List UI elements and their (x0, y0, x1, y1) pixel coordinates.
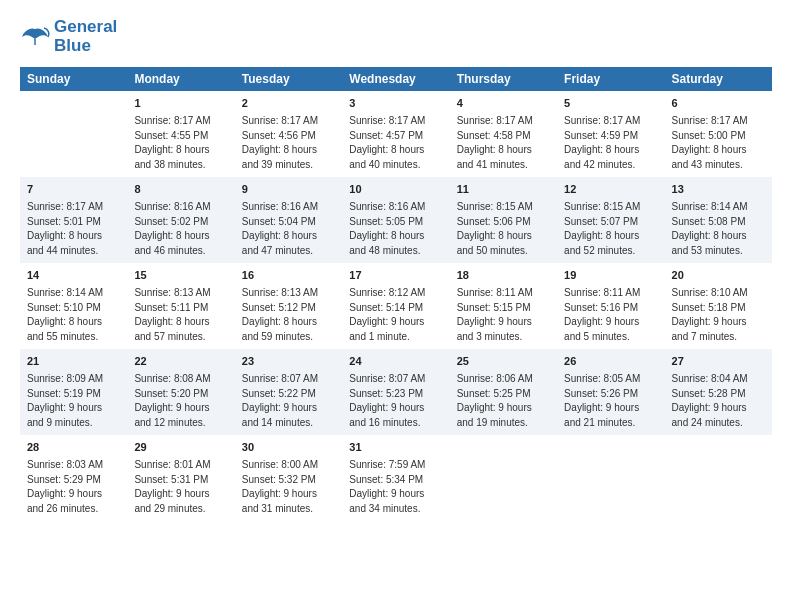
week-row-2: 7Sunrise: 8:17 AM Sunset: 5:01 PM Daylig… (20, 177, 772, 263)
day-detail: Sunrise: 8:15 AM Sunset: 5:07 PM Dayligh… (564, 200, 657, 258)
calendar-cell: 4Sunrise: 8:17 AM Sunset: 4:58 PM Daylig… (450, 91, 557, 177)
day-detail: Sunrise: 8:04 AM Sunset: 5:28 PM Dayligh… (672, 372, 765, 430)
calendar-cell: 5Sunrise: 8:17 AM Sunset: 4:59 PM Daylig… (557, 91, 664, 177)
day-detail: Sunrise: 8:16 AM Sunset: 5:02 PM Dayligh… (134, 200, 227, 258)
day-detail: Sunrise: 8:14 AM Sunset: 5:08 PM Dayligh… (672, 200, 765, 258)
day-number: 9 (242, 182, 335, 198)
calendar-cell (557, 435, 664, 521)
calendar-cell: 6Sunrise: 8:17 AM Sunset: 5:00 PM Daylig… (665, 91, 772, 177)
day-number: 23 (242, 354, 335, 370)
calendar-cell: 29Sunrise: 8:01 AM Sunset: 5:31 PM Dayli… (127, 435, 234, 521)
day-number: 15 (134, 268, 227, 284)
day-detail: Sunrise: 8:17 AM Sunset: 4:55 PM Dayligh… (134, 114, 227, 172)
week-row-1: 1Sunrise: 8:17 AM Sunset: 4:55 PM Daylig… (20, 91, 772, 177)
calendar-cell: 23Sunrise: 8:07 AM Sunset: 5:22 PM Dayli… (235, 349, 342, 435)
column-header-tuesday: Tuesday (235, 67, 342, 91)
day-number: 31 (349, 440, 442, 456)
day-detail: Sunrise: 8:14 AM Sunset: 5:10 PM Dayligh… (27, 286, 120, 344)
day-number: 22 (134, 354, 227, 370)
calendar-cell: 25Sunrise: 8:06 AM Sunset: 5:25 PM Dayli… (450, 349, 557, 435)
day-number: 8 (134, 182, 227, 198)
calendar-cell: 31Sunrise: 7:59 AM Sunset: 5:34 PM Dayli… (342, 435, 449, 521)
day-number: 25 (457, 354, 550, 370)
column-header-monday: Monday (127, 67, 234, 91)
column-header-sunday: Sunday (20, 67, 127, 91)
day-detail: Sunrise: 8:07 AM Sunset: 5:23 PM Dayligh… (349, 372, 442, 430)
day-detail: Sunrise: 8:16 AM Sunset: 5:04 PM Dayligh… (242, 200, 335, 258)
calendar-cell: 14Sunrise: 8:14 AM Sunset: 5:10 PM Dayli… (20, 263, 127, 349)
calendar-cell: 13Sunrise: 8:14 AM Sunset: 5:08 PM Dayli… (665, 177, 772, 263)
calendar-cell (665, 435, 772, 521)
header: General Blue (20, 18, 772, 55)
day-number: 30 (242, 440, 335, 456)
column-header-friday: Friday (557, 67, 664, 91)
calendar-cell: 8Sunrise: 8:16 AM Sunset: 5:02 PM Daylig… (127, 177, 234, 263)
day-detail: Sunrise: 8:09 AM Sunset: 5:19 PM Dayligh… (27, 372, 120, 430)
day-number: 1 (134, 96, 227, 112)
logo-text: General Blue (54, 18, 117, 55)
calendar-cell: 1Sunrise: 8:17 AM Sunset: 4:55 PM Daylig… (127, 91, 234, 177)
day-number: 27 (672, 354, 765, 370)
day-number: 20 (672, 268, 765, 284)
calendar-cell: 15Sunrise: 8:13 AM Sunset: 5:11 PM Dayli… (127, 263, 234, 349)
day-detail: Sunrise: 8:17 AM Sunset: 4:56 PM Dayligh… (242, 114, 335, 172)
calendar-cell: 16Sunrise: 8:13 AM Sunset: 5:12 PM Dayli… (235, 263, 342, 349)
day-detail: Sunrise: 8:11 AM Sunset: 5:15 PM Dayligh… (457, 286, 550, 344)
day-number: 21 (27, 354, 120, 370)
calendar-cell: 12Sunrise: 8:15 AM Sunset: 5:07 PM Dayli… (557, 177, 664, 263)
day-detail: Sunrise: 8:07 AM Sunset: 5:22 PM Dayligh… (242, 372, 335, 430)
day-number: 28 (27, 440, 120, 456)
calendar-cell (450, 435, 557, 521)
logo: General Blue (20, 18, 117, 55)
day-detail: Sunrise: 8:13 AM Sunset: 5:12 PM Dayligh… (242, 286, 335, 344)
day-detail: Sunrise: 8:17 AM Sunset: 5:00 PM Dayligh… (672, 114, 765, 172)
calendar-cell: 27Sunrise: 8:04 AM Sunset: 5:28 PM Dayli… (665, 349, 772, 435)
calendar-cell: 17Sunrise: 8:12 AM Sunset: 5:14 PM Dayli… (342, 263, 449, 349)
day-detail: Sunrise: 8:05 AM Sunset: 5:26 PM Dayligh… (564, 372, 657, 430)
calendar-cell: 9Sunrise: 8:16 AM Sunset: 5:04 PM Daylig… (235, 177, 342, 263)
day-number: 10 (349, 182, 442, 198)
day-detail: Sunrise: 7:59 AM Sunset: 5:34 PM Dayligh… (349, 458, 442, 516)
calendar-cell: 2Sunrise: 8:17 AM Sunset: 4:56 PM Daylig… (235, 91, 342, 177)
day-number: 11 (457, 182, 550, 198)
calendar-cell: 26Sunrise: 8:05 AM Sunset: 5:26 PM Dayli… (557, 349, 664, 435)
day-detail: Sunrise: 8:17 AM Sunset: 4:59 PM Dayligh… (564, 114, 657, 172)
calendar-cell: 21Sunrise: 8:09 AM Sunset: 5:19 PM Dayli… (20, 349, 127, 435)
calendar-cell: 20Sunrise: 8:10 AM Sunset: 5:18 PM Dayli… (665, 263, 772, 349)
day-detail: Sunrise: 8:10 AM Sunset: 5:18 PM Dayligh… (672, 286, 765, 344)
day-detail: Sunrise: 8:00 AM Sunset: 5:32 PM Dayligh… (242, 458, 335, 516)
calendar-cell: 7Sunrise: 8:17 AM Sunset: 5:01 PM Daylig… (20, 177, 127, 263)
day-detail: Sunrise: 8:16 AM Sunset: 5:05 PM Dayligh… (349, 200, 442, 258)
calendar-cell: 19Sunrise: 8:11 AM Sunset: 5:16 PM Dayli… (557, 263, 664, 349)
day-number: 29 (134, 440, 227, 456)
day-detail: Sunrise: 8:11 AM Sunset: 5:16 PM Dayligh… (564, 286, 657, 344)
calendar-cell: 10Sunrise: 8:16 AM Sunset: 5:05 PM Dayli… (342, 177, 449, 263)
calendar-cell: 3Sunrise: 8:17 AM Sunset: 4:57 PM Daylig… (342, 91, 449, 177)
calendar-cell: 28Sunrise: 8:03 AM Sunset: 5:29 PM Dayli… (20, 435, 127, 521)
day-number: 5 (564, 96, 657, 112)
day-detail: Sunrise: 8:17 AM Sunset: 4:58 PM Dayligh… (457, 114, 550, 172)
day-number: 3 (349, 96, 442, 112)
day-detail: Sunrise: 8:06 AM Sunset: 5:25 PM Dayligh… (457, 372, 550, 430)
day-detail: Sunrise: 8:12 AM Sunset: 5:14 PM Dayligh… (349, 286, 442, 344)
day-number: 13 (672, 182, 765, 198)
column-header-saturday: Saturday (665, 67, 772, 91)
day-number: 7 (27, 182, 120, 198)
day-number: 26 (564, 354, 657, 370)
day-number: 12 (564, 182, 657, 198)
day-number: 17 (349, 268, 442, 284)
day-number: 16 (242, 268, 335, 284)
column-header-thursday: Thursday (450, 67, 557, 91)
week-row-4: 21Sunrise: 8:09 AM Sunset: 5:19 PM Dayli… (20, 349, 772, 435)
day-number: 14 (27, 268, 120, 284)
day-number: 6 (672, 96, 765, 112)
day-detail: Sunrise: 8:17 AM Sunset: 5:01 PM Dayligh… (27, 200, 120, 258)
logo-bird-icon (20, 25, 50, 49)
day-detail: Sunrise: 8:01 AM Sunset: 5:31 PM Dayligh… (134, 458, 227, 516)
calendar-cell: 18Sunrise: 8:11 AM Sunset: 5:15 PM Dayli… (450, 263, 557, 349)
day-detail: Sunrise: 8:03 AM Sunset: 5:29 PM Dayligh… (27, 458, 120, 516)
day-number: 2 (242, 96, 335, 112)
day-detail: Sunrise: 8:15 AM Sunset: 5:06 PM Dayligh… (457, 200, 550, 258)
week-row-3: 14Sunrise: 8:14 AM Sunset: 5:10 PM Dayli… (20, 263, 772, 349)
column-header-wednesday: Wednesday (342, 67, 449, 91)
